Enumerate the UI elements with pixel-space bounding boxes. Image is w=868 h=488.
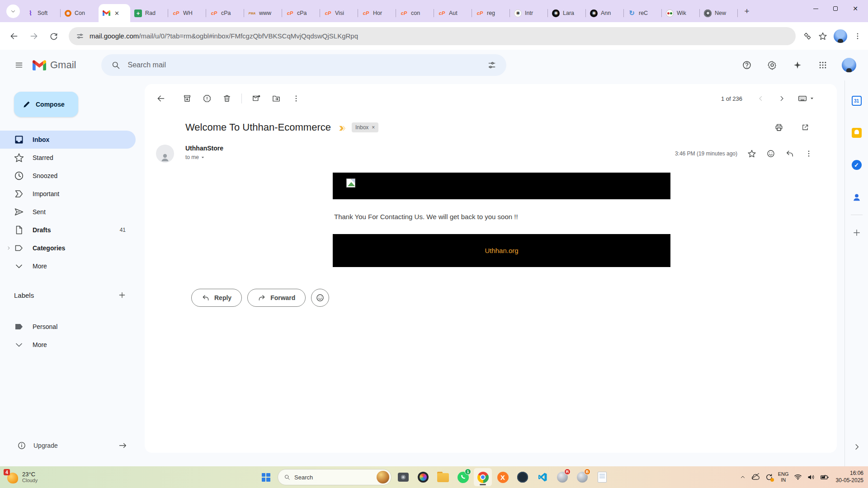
more-actions-button[interactable] xyxy=(286,89,306,108)
search-input[interactable]: Search mail xyxy=(127,61,480,69)
weather-widget[interactable]: 4 23°C Cloudy xyxy=(5,470,38,484)
taskbar-notepad-button[interactable] xyxy=(593,468,611,486)
forward-button[interactable] xyxy=(26,28,42,44)
recipient-row[interactable]: to me xyxy=(185,154,223,160)
forward-button[interactable]: Forward xyxy=(247,289,306,307)
upgrade-row[interactable]: Upgrade xyxy=(0,433,144,458)
taskbar-file-explorer-button[interactable] xyxy=(434,468,452,486)
address-bar[interactable]: mail.google.com/mail/u/0/?tab=rm&ogbl#in… xyxy=(69,27,796,45)
browser-tab[interactable]: cPWH xyxy=(168,4,206,22)
browser-tab[interactable]: ↻reC xyxy=(624,4,662,22)
taskbar-profile-b-button[interactable]: B xyxy=(573,468,591,486)
browser-tab[interactable]: New xyxy=(700,4,738,22)
emoji-reply-button[interactable] xyxy=(311,289,329,307)
delete-button[interactable] xyxy=(217,89,237,108)
browser-tab[interactable]: Wik xyxy=(662,4,700,22)
window-close-button[interactable]: ✕ xyxy=(845,0,865,17)
taskbar-xampp-button[interactable]: X xyxy=(494,468,512,486)
sidebar-item-sent[interactable]: Sent xyxy=(0,203,136,221)
new-tab-button[interactable]: + xyxy=(741,5,753,18)
label-item-more[interactable]: More xyxy=(0,336,136,354)
tab-gmail-active[interactable]: ✕ xyxy=(99,4,130,22)
window-maximize-button[interactable] xyxy=(826,0,845,17)
taskbar-dark-app-button[interactable] xyxy=(514,468,532,486)
bookmark-icon[interactable] xyxy=(818,32,827,41)
create-label-button[interactable] xyxy=(115,288,129,302)
reload-button[interactable] xyxy=(46,28,61,44)
open-in-new-button[interactable] xyxy=(795,117,815,137)
taskbar-camera-app-button[interactable] xyxy=(394,468,412,486)
important-marker-icon[interactable] xyxy=(338,124,346,132)
taskbar-chrome-button[interactable] xyxy=(474,468,492,486)
expand-caret-icon[interactable] xyxy=(6,246,11,250)
message-more-button[interactable] xyxy=(801,145,817,162)
onedrive-paused-icon[interactable] xyxy=(751,473,760,482)
side-panel-get-addons-button[interactable] xyxy=(851,227,862,238)
browser-tab[interactable]: ✳Ann xyxy=(586,4,624,22)
side-panel-collapse-icon[interactable] xyxy=(853,443,861,451)
browser-tab[interactable]: cPVisi xyxy=(320,4,358,22)
apps-button[interactable] xyxy=(814,56,832,74)
sidebar-item-important[interactable]: Important xyxy=(0,185,136,203)
older-button[interactable] xyxy=(773,90,790,107)
sidebar-item-snoozed[interactable]: Snoozed xyxy=(0,167,136,185)
add-reaction-button[interactable] xyxy=(763,145,779,162)
browser-tab[interactable]: cPcPa xyxy=(282,4,320,22)
start-button[interactable] xyxy=(257,468,275,486)
reply-button[interactable]: Reply xyxy=(191,289,242,307)
browser-profile-avatar[interactable] xyxy=(834,29,847,43)
browser-menu-icon[interactable] xyxy=(854,32,862,40)
input-tools-button[interactable] xyxy=(797,94,814,103)
sidebar-item-inbox[interactable]: Inbox xyxy=(0,131,136,149)
clock-widget[interactable]: 16:06 30-05-2025 xyxy=(836,470,863,484)
tab-close-icon[interactable]: ✕ xyxy=(114,10,119,17)
browser-tab[interactable]: cPcon xyxy=(396,4,434,22)
browser-tab[interactable]: cPAut xyxy=(434,4,472,22)
side-panel-contacts-button[interactable] xyxy=(851,192,862,202)
settings-button[interactable] xyxy=(763,56,781,74)
sidebar-item-categories[interactable]: Categories xyxy=(0,239,136,257)
chip-remove-icon[interactable]: × xyxy=(372,124,375,131)
print-button[interactable] xyxy=(769,117,789,137)
details-dropdown-icon[interactable] xyxy=(201,155,205,160)
help-button[interactable] xyxy=(738,56,756,74)
search-bar[interactable]: Search mail xyxy=(101,54,506,76)
search-highlight-image[interactable] xyxy=(377,471,389,483)
sidebar-item-drafts[interactable]: Drafts41 xyxy=(0,221,136,239)
newer-button[interactable] xyxy=(752,90,769,107)
label-item-personal[interactable]: Personal xyxy=(0,318,136,336)
window-minimize-button[interactable] xyxy=(806,0,826,17)
tab-search-button[interactable] xyxy=(6,5,20,18)
reading-mode-icon[interactable] xyxy=(803,32,812,41)
browser-tab[interactable]: cPHor xyxy=(358,4,396,22)
browser-tab[interactable]: Con xyxy=(61,4,99,22)
browser-tab[interactable]: cPcPa xyxy=(206,4,244,22)
side-panel-keep-button[interactable] xyxy=(851,127,862,138)
taskbar-media-app-button[interactable] xyxy=(414,468,432,486)
hidden-icons-chevron[interactable] xyxy=(740,474,746,480)
browser-tab[interactable]: ✳Lara xyxy=(548,4,586,22)
sync-icon[interactable] xyxy=(765,473,773,481)
taskbar-vscode-button[interactable] xyxy=(533,468,552,486)
sidebar-item-more[interactable]: More xyxy=(0,257,136,275)
wifi-icon[interactable] xyxy=(794,473,802,481)
sender-avatar[interactable] xyxy=(156,145,174,163)
search-button[interactable] xyxy=(106,55,126,75)
side-panel-calendar-button[interactable]: 31 xyxy=(851,95,862,106)
browser-tab[interactable]: +Rad xyxy=(130,4,168,22)
sidebar-item-starred[interactable]: Starred xyxy=(0,149,136,167)
upgrade-arrow-icon[interactable] xyxy=(118,441,127,450)
back-button[interactable] xyxy=(6,28,22,44)
mark-unread-button[interactable] xyxy=(246,89,266,108)
search-filter-button[interactable] xyxy=(482,55,502,75)
browser-tab[interactable]: ✳Intr xyxy=(510,4,548,22)
inbox-label-chip[interactable]: Inbox × xyxy=(352,122,378,132)
site-settings-icon[interactable] xyxy=(76,32,84,40)
account-avatar[interactable] xyxy=(842,58,856,72)
browser-tab[interactable]: ⌇Soft xyxy=(23,4,61,22)
archive-button[interactable] xyxy=(177,89,197,108)
battery-icon[interactable] xyxy=(820,473,829,482)
taskbar-search[interactable]: Search xyxy=(278,469,392,485)
gemini-button[interactable] xyxy=(788,56,807,74)
language-indicator[interactable]: ENG IN xyxy=(778,471,789,483)
